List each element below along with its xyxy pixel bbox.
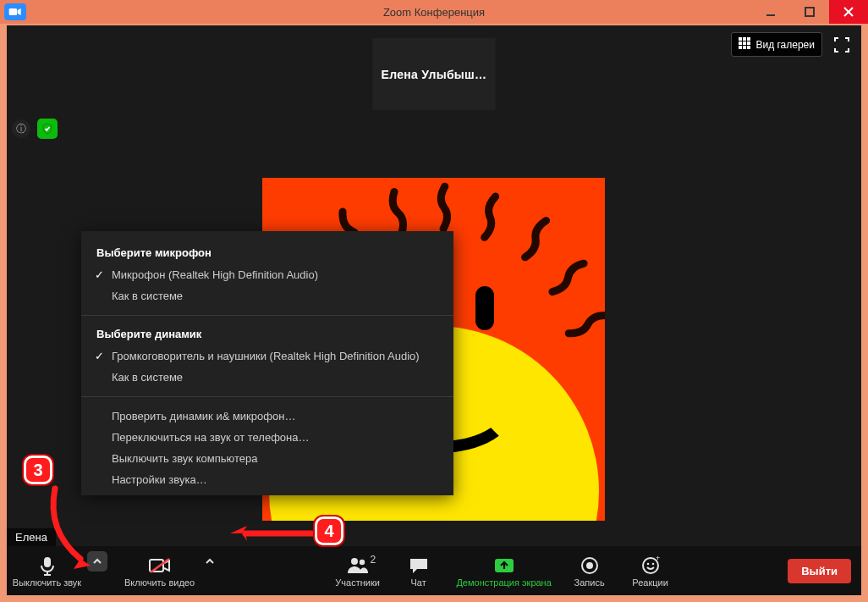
test-audio-menu-item[interactable]: Проверить динамик и& микрофон… [81, 406, 453, 427]
svg-rect-6 [739, 41, 742, 45]
svg-text:+: + [656, 556, 660, 562]
mic-option[interactable]: Микрофон (Realtek High Definition Audio) [81, 264, 453, 285]
active-speaker-tile[interactable]: Елена Улыбыш… [373, 38, 496, 110]
svg-rect-11 [747, 46, 750, 49]
svg-rect-3 [739, 37, 742, 41]
participants-count: 2 [371, 554, 376, 566]
speaker-section-heading: Выберите динамик [81, 324, 453, 345]
annotation-step-4: 4 [315, 516, 343, 545]
annotation-step-3: 3 [24, 456, 52, 484]
leave-button[interactable]: Выйти [788, 559, 851, 583]
window-title: Zoom Конференция [383, 6, 485, 19]
speaker-option[interactable]: Громкоговоритель и наушники (Realtek Hig… [81, 345, 453, 367]
participant-name: Елена Улыбыш… [382, 68, 487, 81]
leave-audio-menu-item[interactable]: Выключить звук компьютера [81, 448, 453, 469]
svg-rect-1 [766, 14, 775, 16]
video-area: Елена Улыбыш… Вид галереи ⓘ [7, 25, 861, 546]
annotation-arrow-3 [38, 484, 106, 569]
share-screen-button[interactable]: Демонстрация экрана [449, 546, 559, 595]
svg-point-19 [586, 562, 593, 569]
camera-off-icon [149, 554, 171, 577]
share-screen-icon [493, 554, 515, 577]
chat-button[interactable]: Чат [388, 546, 449, 595]
svg-rect-0 [9, 8, 17, 15]
meeting-info-button[interactable]: ⓘ [12, 119, 30, 138]
zoom-app-icon [4, 3, 26, 20]
phone-audio-menu-item[interactable]: Переключиться на звук от телефона… [81, 427, 453, 448]
shield-icon [41, 123, 53, 135]
menu-divider [81, 396, 453, 397]
fullscreen-icon [834, 37, 849, 52]
title-bar: Zoom Конференция [0, 0, 868, 24]
audio-options-menu: Выберите микрофон Микрофон (Realtek High… [81, 231, 453, 495]
meeting-toolbar: Выключить звук Включить видео 2 Участник… [7, 546, 861, 595]
svg-rect-7 [743, 41, 746, 45]
svg-rect-8 [747, 41, 750, 45]
participants-button[interactable]: 2 Участники [327, 546, 388, 595]
info-icon: ⓘ [16, 122, 26, 136]
svg-point-16 [359, 560, 364, 565]
fullscreen-button[interactable] [829, 34, 854, 56]
svg-point-21 [646, 563, 649, 566]
chat-icon [409, 554, 429, 577]
svg-point-15 [351, 558, 358, 565]
svg-rect-4 [743, 37, 746, 41]
audio-settings-menu-item[interactable]: Настройки звука… [81, 469, 453, 490]
mic-section-heading: Выберите микрофон [81, 243, 453, 264]
window-close-button[interactable] [829, 0, 868, 24]
svg-rect-9 [739, 46, 742, 49]
reactions-button[interactable]: + Реакции [620, 546, 681, 595]
svg-rect-10 [743, 46, 746, 49]
svg-rect-5 [747, 37, 750, 41]
window-minimize-button[interactable] [751, 0, 790, 24]
people-icon [347, 556, 369, 575]
mic-option[interactable]: Как в системе [81, 285, 453, 307]
menu-divider [81, 315, 453, 316]
gallery-view-button[interactable]: Вид галереи [731, 32, 822, 57]
video-button[interactable]: Включить видео [119, 546, 200, 595]
video-options-chevron[interactable] [200, 551, 220, 572]
svg-point-22 [651, 563, 654, 566]
record-icon [580, 554, 599, 577]
chevron-up-icon [206, 558, 214, 565]
window-maximize-button[interactable] [790, 0, 829, 24]
smiley-icon: + [641, 554, 660, 577]
grid-icon [739, 37, 750, 52]
encryption-badge[interactable] [37, 119, 58, 139]
record-button[interactable]: Запись [559, 546, 620, 595]
speaker-option[interactable]: Как в системе [81, 367, 453, 388]
svg-line-14 [151, 559, 169, 572]
annotation-arrow-4 [230, 523, 323, 544]
gallery-view-label: Вид галереи [755, 39, 815, 51]
svg-rect-2 [805, 8, 814, 16]
